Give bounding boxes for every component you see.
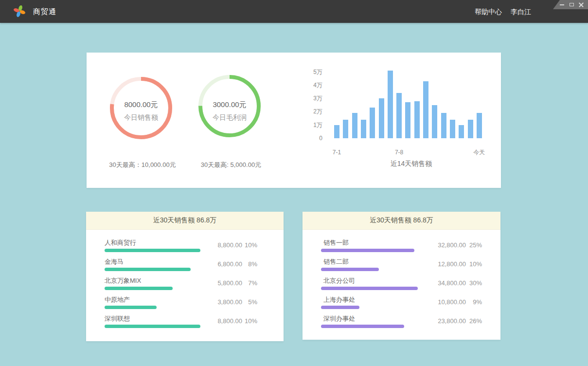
ranking-row-percent: 7% (242, 279, 257, 287)
maximize-icon[interactable] (569, 2, 574, 7)
ranking-row-bar (321, 306, 359, 309)
ranking-row-percent: 10% (242, 317, 257, 325)
ranking-row-name: 深圳联想 (105, 314, 130, 323)
help-center-link[interactable]: 帮助中心 (475, 8, 502, 17)
ranking-row-value: 23,800.00 26% (425, 317, 482, 325)
ranking-row-value: 5,800.00 7% (206, 279, 257, 287)
bar-chart-caption: 近14天销售额 (352, 160, 471, 168)
ranking-row-percent: 8% (242, 260, 257, 268)
app-title: 商贸通 (33, 7, 56, 17)
ranking-row-percent: 5% (242, 298, 257, 306)
ranking-row-percent: 10% (242, 241, 257, 249)
daily-sales-bar (450, 120, 455, 138)
ranking-row: 销售一部 32,800.00 25% (303, 237, 500, 256)
ranking-row-name: 北京分公司 (323, 276, 355, 285)
ranking-row-amount: 3,800.00 (206, 298, 242, 306)
ranking-row-name: 北京万象MIX (105, 276, 141, 285)
ranking-row-amount: 5,800.00 (206, 279, 242, 287)
x-axis-tick: 今天 (473, 148, 485, 156)
ranking-row-bar (105, 325, 200, 328)
daily-sales-bar (379, 98, 384, 138)
sales-bar-chart: 5万4万3万2万1万0 7-17-8今天 近14天销售额 (87, 53, 501, 188)
ranking-row-name: 深圳办事处 (323, 314, 355, 323)
ranking-row: 深圳办事处 23,800.00 26% (303, 313, 500, 332)
ranking-row-name: 金海马 (105, 257, 124, 266)
daily-sales-bar (423, 81, 428, 138)
daily-sales-bar (396, 93, 402, 138)
daily-sales-bar (388, 71, 393, 138)
ranking-row-bar (105, 306, 157, 309)
ranking-row: 销售二部 12,800.00 10% (303, 256, 500, 275)
ranking-row-bar (321, 268, 379, 271)
ranking-row-amount: 8,800.00 (206, 241, 242, 249)
app-logo-pinwheel-icon (13, 5, 26, 18)
ranking-row-bar (321, 325, 404, 328)
daily-sales-bar (468, 120, 473, 138)
y-axis-tick: 3万 (293, 94, 322, 102)
ranking-row: 上海办事处 10,800.00 9% (303, 294, 500, 313)
daily-sales-bar (343, 120, 348, 138)
minimize-icon[interactable] (559, 2, 565, 7)
ranking-row-value: 10,800.00 9% (425, 298, 482, 306)
ranking-row-amount: 32,800.00 (425, 241, 466, 249)
ranking-row-amount: 8,800.00 (206, 317, 242, 325)
ranking-row-value: 6,800.00 8% (206, 260, 257, 268)
ranking-row-percent: 26% (466, 317, 482, 325)
daily-sales-bar (334, 125, 339, 138)
department-ranking-title: 近30天销售额 86.8万 (303, 212, 500, 230)
ranking-row-bar (105, 268, 191, 271)
ranking-row: 人和商贸行 8,800.00 10% (86, 237, 284, 256)
ranking-row-amount: 10,800.00 (425, 298, 466, 306)
close-icon[interactable] (579, 2, 584, 7)
ranking-row: 中原地产 3,800.00 5% (86, 294, 284, 313)
ranking-row-percent: 25% (466, 241, 482, 249)
ranking-row-name: 人和商贸行 (105, 238, 136, 247)
ranking-row-percent: 30% (466, 279, 482, 287)
y-axis-tick: 5万 (293, 68, 322, 76)
y-axis-tick: 0 (293, 134, 322, 142)
department-ranking-list: 销售一部 32,800.00 25% 销售二部 12,800.00 10% 北京… (303, 237, 500, 332)
daily-sales-bar (352, 113, 357, 138)
ranking-row-amount: 6,800.00 (206, 260, 242, 268)
daily-sales-bar (405, 102, 410, 138)
ranking-row: 金海马 6,800.00 8% (86, 256, 284, 275)
ranking-row-bar (105, 287, 173, 290)
daily-sales-bar (477, 113, 482, 138)
ranking-row-bar (321, 249, 414, 252)
y-axis-tick: 1万 (293, 121, 322, 129)
ranking-row: 深圳联想 8,800.00 10% (86, 313, 284, 332)
department-ranking-card: 近30天销售额 86.8万 销售一部 32,800.00 25% 销售二部 12… (303, 212, 500, 340)
ranking-row-name: 中原地产 (105, 295, 130, 304)
daily-sales-bar (414, 101, 420, 138)
x-axis-tick: 7-1 (333, 148, 341, 156)
ranking-row-name: 销售一部 (323, 238, 349, 247)
ranking-row: 北京万象MIX 5,800.00 7% (86, 275, 284, 294)
ranking-row-name: 销售二部 (323, 257, 349, 266)
ranking-row-bar (105, 249, 200, 252)
user-menu[interactable]: 李白江 (511, 8, 531, 17)
ranking-row-amount: 34,800.00 (425, 279, 466, 287)
ranking-row-percent: 10% (466, 260, 482, 268)
daily-sales-bar (361, 120, 366, 138)
y-axis-tick: 4万 (293, 81, 322, 89)
ranking-row: 北京分公司 34,800.00 30% (303, 275, 500, 294)
daily-sales-bar (441, 113, 446, 138)
ranking-row-value: 3,800.00 5% (206, 298, 257, 306)
summary-card: 8000.00元 今日销售额 30天最高：10,000.00元 3000.00元… (87, 53, 501, 188)
ranking-row-value: 32,800.00 25% (425, 241, 482, 249)
ranking-row-value: 34,800.00 30% (425, 279, 482, 287)
ranking-row-amount: 23,800.00 (425, 317, 466, 325)
ranking-row-value: 8,800.00 10% (206, 317, 257, 325)
ranking-row-name: 上海办事处 (323, 295, 355, 304)
ranking-row-bar (321, 287, 418, 290)
x-axis-tick: 7-8 (395, 148, 403, 156)
window-controls (553, 0, 588, 9)
ranking-row-amount: 12,800.00 (425, 260, 466, 268)
app-header: 商贸通 帮助中心 李白江 (0, 0, 588, 23)
daily-sales-bar (370, 108, 375, 138)
customer-ranking-title: 近30天销售额 86.8万 (86, 212, 284, 230)
ranking-row-value: 12,800.00 10% (425, 260, 482, 268)
y-axis-tick: 2万 (293, 108, 322, 115)
ranking-row-value: 8,800.00 10% (206, 241, 257, 249)
daily-sales-bar (432, 105, 437, 138)
